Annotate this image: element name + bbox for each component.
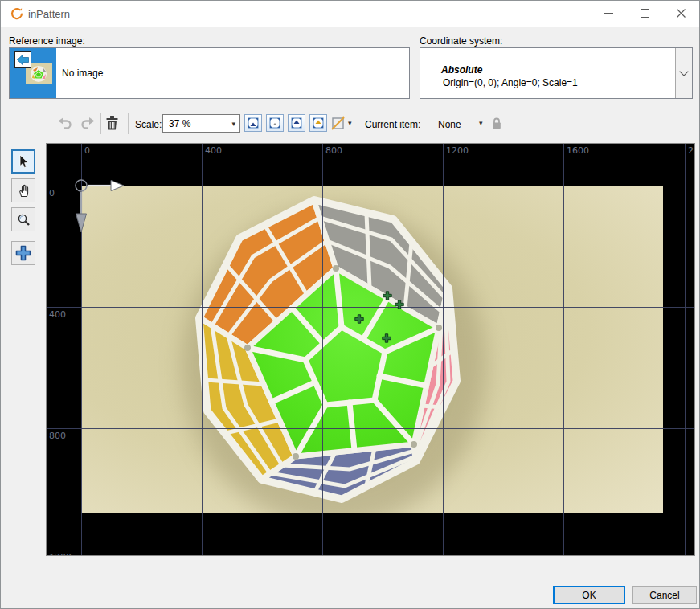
ok-button[interactable]: OK	[553, 586, 625, 604]
toolbar-separator	[358, 113, 358, 134]
minimize-icon	[604, 9, 613, 18]
zoom-fill-icon	[312, 116, 325, 129]
free-zoom-button[interactable]	[329, 114, 346, 132]
ruler-label-top: 1200	[446, 145, 469, 156]
app-logo-icon	[10, 7, 23, 21]
scale-label: Scale:	[135, 119, 162, 130]
grid-line	[47, 307, 694, 308]
scale-combobox[interactable]: 37 % ▾	[162, 114, 240, 133]
cursor-arrow-icon	[17, 154, 30, 169]
add-point-tool-button[interactable]	[11, 241, 35, 265]
chevron-down-icon[interactable]: ▾	[479, 119, 483, 127]
ruler-label-left: 0	[49, 188, 55, 198]
delete-button[interactable]	[103, 114, 121, 132]
coordinate-system-label: Coordinate system:	[420, 35, 502, 47]
grid-line	[47, 550, 694, 550]
cancel-button[interactable]: Cancel	[632, 586, 697, 604]
grid-line	[322, 144, 323, 555]
zoom-fit-width-icon	[290, 116, 303, 129]
grid-line	[81, 144, 82, 555]
zoom-fill-button[interactable]	[309, 114, 327, 132]
coordinate-system-panel[interactable]: Absolute Origin=(0, 0); Angle=0; Scale=1	[420, 47, 693, 99]
grid-line	[202, 144, 203, 555]
lock-button[interactable]	[488, 114, 506, 132]
grid-line	[443, 144, 444, 555]
window-title: inPattern	[28, 8, 70, 20]
zoom-to-fit-icon	[247, 116, 260, 129]
ruler-label-left: 800	[49, 431, 66, 441]
toolbar-separator	[128, 113, 129, 134]
magnify-tool-button[interactable]	[11, 207, 35, 231]
ruler-label-top: 0	[84, 145, 90, 156]
redo-icon	[80, 115, 96, 131]
grid-line	[47, 186, 694, 186]
ruler-label-top: 800	[325, 145, 342, 156]
ok-button-label: OK	[582, 590, 596, 601]
reference-image-label: Reference image:	[9, 35, 85, 47]
ruler-label-left: 1200	[49, 552, 72, 556]
reference-image-panel: No image	[9, 47, 410, 99]
undo-icon	[57, 115, 73, 131]
hand-icon	[16, 183, 31, 198]
zoom-fit-width-button[interactable]	[288, 114, 305, 132]
blue-left-arrow-icon	[17, 55, 29, 65]
toolbar-separator	[100, 113, 101, 134]
reference-thumbnail-slot[interactable]	[10, 48, 56, 98]
grid-line	[685, 144, 686, 555]
minimize-button[interactable]	[591, 1, 627, 26]
cancel-button-label: Cancel	[649, 590, 679, 601]
coordinate-mode: Absolute	[441, 64, 482, 76]
megaminx-image	[81, 186, 663, 513]
select-tool-button[interactable]	[11, 149, 35, 174]
zoom-original-size-icon	[268, 116, 281, 129]
scale-value: 37 %	[169, 118, 190, 129]
chevron-down-icon[interactable]: ▾	[348, 119, 352, 127]
close-icon	[677, 9, 686, 18]
ruler-label-top: 400	[205, 145, 222, 156]
maximize-icon	[641, 9, 649, 18]
zoom-to-fit-button[interactable]	[244, 114, 262, 132]
pan-tool-button[interactable]	[11, 178, 35, 202]
chevron-down-icon: ▾	[231, 120, 235, 128]
canvas-viewport[interactable]: 0 400 800 1200 1600 2000 0 400 800 1200	[46, 143, 695, 556]
chevron-down-icon	[679, 67, 688, 76]
undo-button[interactable]	[56, 114, 74, 132]
grid-line	[563, 144, 564, 555]
ruler-label-top: 1600	[567, 145, 589, 156]
coordinate-dropdown-button[interactable]	[675, 48, 692, 98]
maximize-button[interactable]	[627, 1, 663, 26]
redo-button[interactable]	[79, 114, 96, 132]
grid-line	[47, 428, 694, 429]
title-bar: inPattern	[1, 1, 699, 27]
lock-icon	[490, 116, 503, 130]
inpattern-dialog: inPattern Reference image:	[0, 0, 700, 609]
current-item-label: Current item:	[365, 119, 420, 130]
reference-status-text: No image	[62, 67, 103, 79]
blue-plus-icon	[15, 245, 31, 261]
trash-icon	[104, 115, 120, 131]
ruler-label-top: 2000	[688, 145, 695, 156]
reference-photo	[81, 186, 663, 513]
import-image-button[interactable]	[14, 51, 31, 68]
ruler-label-left: 400	[49, 309, 66, 320]
current-item-value[interactable]: None	[438, 119, 461, 130]
no-zoom-icon	[330, 116, 346, 131]
magnifier-icon	[17, 213, 31, 227]
coordinate-params: Origin=(0, 0); Angle=0; Scale=1	[443, 77, 578, 88]
zoom-original-size-button[interactable]	[266, 114, 284, 132]
close-button[interactable]	[663, 1, 699, 26]
